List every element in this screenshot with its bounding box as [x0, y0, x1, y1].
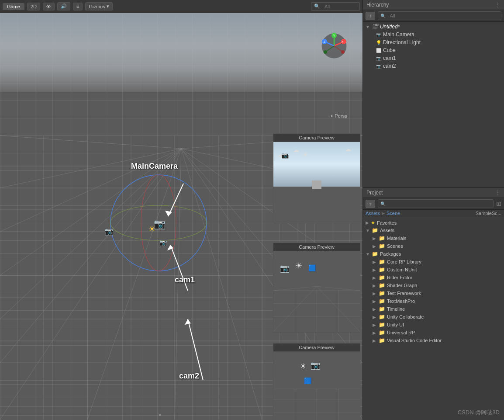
project-assets-folder[interactable]: ▼ 📁 Assets	[363, 226, 504, 234]
project-panel: Project ⋮ + 🔍 ⊞ Assets ▶ Scene SampleSc.…	[362, 188, 504, 420]
project-layout-icon[interactable]: ⊞	[496, 200, 501, 207]
core-rp-icon: 📁	[379, 259, 385, 265]
scene-view[interactable]: 📷 ☀ 📷 📷 X Y	[0, 13, 362, 420]
camera-preview-1-content: ☁ ☁ ☁ ☀ 📷	[273, 142, 360, 223]
project-tree: ▶ ★ Favorites ▼ 📁 Assets ▶ 📁 Materials ▶…	[363, 217, 504, 412]
hierarchy-scene-root[interactable]: ▼ 🎬 Untitled*	[363, 23, 504, 31]
project-add-button[interactable]: +	[366, 200, 375, 208]
custom-nunit-label: Custom NUnit	[387, 267, 417, 272]
textmeshpro-label: TextMeshPro	[387, 299, 415, 304]
game-tab[interactable]: Game	[3, 3, 24, 10]
hierarchy-panel: Hierarchy ⋮ + 🔍 ▼ 🎬 Untitled* 📷 Main Cam…	[362, 0, 504, 188]
game-search-input[interactable]	[322, 3, 357, 10]
gizmos-dropdown-icon: ▾	[107, 3, 109, 9]
textmeshpro-icon: 📁	[379, 298, 385, 304]
test-framework-label: Test Framework	[387, 291, 421, 296]
assets-folder-label: Assets	[380, 228, 394, 233]
test-framework-arrow: ▶	[373, 291, 377, 296]
hierarchy-item-main-camera[interactable]: 📷 Main Camera	[363, 31, 504, 38]
core-rp-arrow: ▶	[373, 260, 377, 264]
gizmos-label: Gizmos	[89, 4, 105, 9]
vscode-arrow: ▶	[373, 338, 377, 343]
hierarchy-options-icon[interactable]: ⋮	[495, 2, 501, 8]
project-test-framework[interactable]: ▶ 📁 Test Framework	[363, 289, 504, 297]
project-vscode-editor[interactable]: ▶ 📁 Visual Studio Code Editor	[363, 337, 504, 344]
hierarchy-item-cube[interactable]: ⬜ Cube	[363, 46, 504, 54]
packages-folder-label: Packages	[380, 251, 401, 257]
hierarchy-search-input[interactable]	[387, 12, 499, 19]
2d-button[interactable]: 2D	[27, 3, 40, 10]
universal-rp-arrow: ▶	[373, 330, 377, 335]
cube-icon: ⬜	[376, 48, 381, 53]
project-options-icon[interactable]: ⋮	[495, 190, 501, 196]
gizmos-button[interactable]: Gizmos ▾	[85, 2, 112, 10]
breadcrumb-assets[interactable]: Assets	[366, 211, 380, 216]
project-title-bar: Project ⋮	[363, 188, 504, 198]
assets-folder-icon: 📁	[372, 227, 378, 233]
svg-line-69	[317, 286, 360, 291]
stats-button[interactable]: ≡	[73, 3, 83, 10]
scenes-folder-icon: 📁	[379, 243, 385, 249]
project-materials-folder[interactable]: ▶ 📁 Materials	[363, 234, 504, 242]
project-search-icon: 🔍	[380, 201, 386, 206]
project-custom-nunit[interactable]: ▶ 📁 Custom NUnit	[363, 266, 504, 274]
shader-graph-arrow: ▶	[373, 283, 377, 288]
project-scenes-folder[interactable]: ▶ 📁 Scenes	[363, 242, 504, 250]
breadcrumb-scene[interactable]: Scene	[387, 211, 400, 216]
directional-light-icon: 💡	[376, 40, 381, 45]
custom-nunit-icon: 📁	[379, 267, 385, 273]
top-toolbar: Game 2D 👁 🔊 ≡ Gizmos ▾ 🔍	[0, 0, 362, 13]
hierarchy-item-cam2[interactable]: 📷 cam2	[363, 62, 504, 70]
rider-editor-arrow: ▶	[373, 275, 377, 280]
camera-preview-3-content: ☀ 📷 🟦	[273, 352, 360, 420]
cam1-name: cam1	[383, 55, 396, 61]
project-rider-editor[interactable]: ▶ 📁 Rider Editor	[363, 274, 504, 281]
timeline-label: Timeline	[387, 306, 405, 312]
hierarchy-item-directional-light[interactable]: 💡 Directional Light	[363, 38, 504, 46]
cube-name: Cube	[383, 47, 396, 53]
breadcrumb-bar: Assets ▶ Scene SampleSc...	[363, 210, 504, 217]
hierarchy-item-cam1[interactable]: 📷 cam1	[363, 54, 504, 62]
scene-root-label: Untitled*	[380, 24, 400, 30]
main-camera-icon: 📷	[376, 32, 381, 37]
vscode-icon: 📁	[379, 337, 385, 344]
materials-collapse-arrow: ▶	[373, 236, 377, 241]
packages-folder-icon: 📁	[372, 251, 378, 257]
hierarchy-tree: ▼ 🎬 Untitled* 📷 Main Camera 💡 Directiona…	[363, 22, 504, 71]
project-shader-graph[interactable]: ▶ 📁 Shader Graph	[363, 281, 504, 289]
project-timeline[interactable]: ▶ 📁 Timeline	[363, 305, 504, 313]
hierarchy-add-button[interactable]: +	[366, 12, 375, 20]
project-universal-rp[interactable]: ▶ 📁 Universal RP	[363, 329, 504, 337]
favorites-section[interactable]: ▶ ★ Favorites	[363, 219, 504, 226]
project-core-rp-library[interactable]: ▶ 📁 Core RP Library	[363, 258, 504, 266]
scenes-collapse-arrow: ▶	[373, 244, 377, 249]
project-unity-collaborate[interactable]: ▶ 📁 Unity Collaborate	[363, 313, 504, 321]
sample-scene-item[interactable]: SampleSc...	[476, 211, 501, 216]
hierarchy-title: Hierarchy	[366, 2, 389, 8]
scenes-folder-label: Scenes	[387, 243, 403, 249]
display-button[interactable]: 👁	[43, 3, 55, 10]
project-search-input[interactable]	[387, 200, 491, 207]
camera-preview-1: Camera Preview ☁ ☁ ☁ ☀ 📷	[273, 133, 360, 223]
project-packages-folder[interactable]: ▼ 📁 Packages	[363, 250, 504, 258]
project-textmeshpro[interactable]: ▶ 📁 TextMeshPro	[363, 297, 504, 305]
test-framework-icon: 📁	[379, 290, 385, 296]
scene-gizmo[interactable]: X Y Z	[321, 33, 347, 59]
svg-text:Z: Z	[324, 40, 326, 43]
search-icon: 🔍	[314, 3, 320, 9]
packages-collapse-arrow: ▼	[366, 252, 370, 257]
watermark: CSDN @阿哒3D	[458, 409, 500, 417]
timeline-arrow: ▶	[373, 307, 377, 312]
shader-graph-label: Shader Graph	[387, 283, 417, 288]
camera-preview-3: Camera Preview ☀ 📷 🟦	[273, 343, 360, 420]
timeline-icon: 📁	[379, 306, 385, 312]
textmeshpro-arrow: ▶	[373, 299, 377, 304]
audio-button[interactable]: 🔊	[57, 2, 70, 10]
favorites-arrow: ▶	[366, 220, 369, 225]
breadcrumb-separator: ▶	[382, 211, 385, 215]
universal-rp-icon: 📁	[379, 330, 385, 336]
preview-ground-1	[273, 187, 360, 223]
project-unity-ui[interactable]: ▶ 📁 Unity UI	[363, 321, 504, 329]
camera-preview-2-content: 📷 ☀ 🟦	[273, 251, 360, 332]
core-rp-label: Core RP Library	[387, 259, 421, 264]
